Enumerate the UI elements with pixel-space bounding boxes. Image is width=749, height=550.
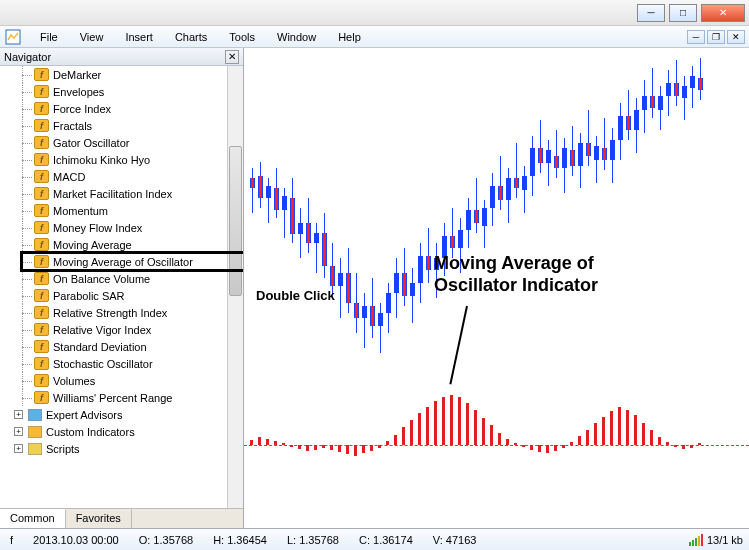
indicator-icon: f [34, 187, 49, 200]
oscillator-bar [450, 395, 453, 445]
oscillator-bar [562, 445, 565, 448]
tree-item-relative-strength-index[interactable]: fRelative Strength Index [0, 304, 243, 321]
svg-rect-2 [28, 426, 42, 438]
mdi-minimize-button[interactable]: ─ [687, 30, 705, 44]
indicator-icon: f [34, 102, 49, 115]
tree-item-parabolic-sar[interactable]: fParabolic SAR [0, 287, 243, 304]
tree-item-gator-oscillator[interactable]: fGator Oscillator [0, 134, 243, 151]
menu-view[interactable]: View [70, 29, 114, 45]
oscillator-bar [370, 445, 373, 451]
app-icon [4, 28, 22, 46]
tree-item-money-flow-index[interactable]: fMoney Flow Index [0, 219, 243, 236]
annotation-indicator-title: Moving Average of Oscillator Indicator [434, 253, 598, 296]
oscillator-bar [490, 425, 493, 445]
indicator-icon: f [34, 238, 49, 251]
oscillator-bar [290, 445, 293, 447]
expand-icon[interactable]: + [14, 410, 23, 419]
indicator-icon: f [34, 204, 49, 217]
status-close: C: 1.36174 [351, 534, 421, 546]
tree-item-label: Gator Oscillator [53, 137, 129, 149]
status-high: H: 1.36454 [205, 534, 275, 546]
expand-icon[interactable]: + [14, 444, 23, 453]
truncated-indicator: f [2, 534, 21, 546]
tree-item-moving-average[interactable]: fMoving Average [0, 236, 243, 253]
scrollbar-thumb[interactable] [229, 146, 242, 296]
indicator-icon: f [34, 221, 49, 234]
indicator-icon: f [34, 119, 49, 132]
tab-favorites[interactable]: Favorites [66, 509, 132, 528]
tree-item-label: Volumes [53, 375, 95, 387]
tree-group-custom-indicators[interactable]: +Custom Indicators [0, 423, 243, 440]
tree-item-relative-vigor-index[interactable]: fRelative Vigor Index [0, 321, 243, 338]
tree-item-demarker[interactable]: fDeMarker [0, 66, 243, 83]
mdi-restore-button[interactable]: ❐ [707, 30, 725, 44]
menu-tools[interactable]: Tools [219, 29, 265, 45]
tree-item-volumes[interactable]: fVolumes [0, 372, 243, 389]
tree-item-label: Parabolic SAR [53, 290, 125, 302]
indicator-icon: f [34, 357, 49, 370]
oscillator-bar [282, 443, 285, 445]
oscillator-bar [698, 443, 701, 445]
oscillator-bar [546, 445, 549, 453]
tree-item-fractals[interactable]: fFractals [0, 117, 243, 134]
chart-area[interactable]: Double Click Moving Average of Oscillato… [244, 48, 749, 528]
tree-group-scripts[interactable]: +Scripts [0, 440, 243, 457]
navigator-close-button[interactable]: ✕ [225, 50, 239, 64]
mdi-close-button[interactable]: ✕ [727, 30, 745, 44]
indicator-icon: f [34, 153, 49, 166]
navigator-scrollbar[interactable] [227, 66, 243, 508]
oscillator-bar [530, 445, 533, 450]
tree-item-ichimoku-kinko-hyo[interactable]: fIchimoku Kinko Hyo [0, 151, 243, 168]
svg-rect-3 [28, 443, 42, 455]
expand-icon[interactable]: + [14, 427, 23, 436]
menu-help[interactable]: Help [328, 29, 371, 45]
oscillator-bar [298, 445, 301, 449]
menu-insert[interactable]: Insert [115, 29, 163, 45]
tree-item-macd[interactable]: fMACD [0, 168, 243, 185]
close-button[interactable]: ✕ [701, 4, 745, 22]
oscillator-chart [244, 383, 749, 508]
status-low: L: 1.35768 [279, 534, 347, 546]
oscillator-bar [522, 445, 525, 447]
tree-item-on-balance-volume[interactable]: fOn Balance Volume [0, 270, 243, 287]
tree-item-moving-average-of-oscillator[interactable]: fMoving Average of Oscillator [0, 253, 243, 270]
tree-group-expert-advisors[interactable]: +Expert Advisors [0, 406, 243, 423]
tree-item-market-facilitation-index[interactable]: fMarket Facilitation Index [0, 185, 243, 202]
oscillator-bar [402, 427, 405, 445]
indicator-icon: f [34, 136, 49, 149]
navigator-header: Navigator ✕ [0, 48, 243, 66]
oscillator-bar [426, 407, 429, 445]
tree-item-label: Momentum [53, 205, 108, 217]
oscillator-bar [482, 418, 485, 445]
oscillator-bar [626, 410, 629, 445]
tree-item-label: Market Facilitation Index [53, 188, 172, 200]
oscillator-bar [330, 445, 333, 450]
tree-item-stochastic-oscillator[interactable]: fStochastic Oscillator [0, 355, 243, 372]
tree-item-williams-percent-range[interactable]: fWilliams' Percent Range [0, 389, 243, 406]
tree-item-label: Stochastic Oscillator [53, 358, 153, 370]
tree-item-momentum[interactable]: fMomentum [0, 202, 243, 219]
menu-window[interactable]: Window [267, 29, 326, 45]
oscillator-bar [642, 423, 645, 445]
oscillator-bar [394, 435, 397, 445]
oscillator-bar [314, 445, 317, 450]
menu-file[interactable]: File [30, 29, 68, 45]
tree-item-standard-deviation[interactable]: fStandard Deviation [0, 338, 243, 355]
tree-item-force-index[interactable]: fForce Index [0, 100, 243, 117]
oscillator-bar [498, 433, 501, 445]
oscillator-bar [410, 420, 413, 445]
status-open: O: 1.35768 [131, 534, 201, 546]
oscillator-bar [378, 445, 381, 448]
tree-item-label: Standard Deviation [53, 341, 147, 353]
navigator-title: Navigator [4, 51, 51, 63]
oscillator-bar [258, 437, 261, 445]
oscillator-bar [634, 415, 637, 445]
tree-item-envelopes[interactable]: fEnvelopes [0, 83, 243, 100]
maximize-button[interactable]: □ [669, 4, 697, 22]
network-stats: 13/1 kb [707, 534, 743, 546]
minimize-button[interactable]: ─ [637, 4, 665, 22]
tab-common[interactable]: Common [0, 509, 66, 528]
menu-charts[interactable]: Charts [165, 29, 217, 45]
oscillator-bar [586, 430, 589, 445]
status-bar: f 2013.10.03 00:00 O: 1.35768 H: 1.36454… [0, 528, 749, 550]
